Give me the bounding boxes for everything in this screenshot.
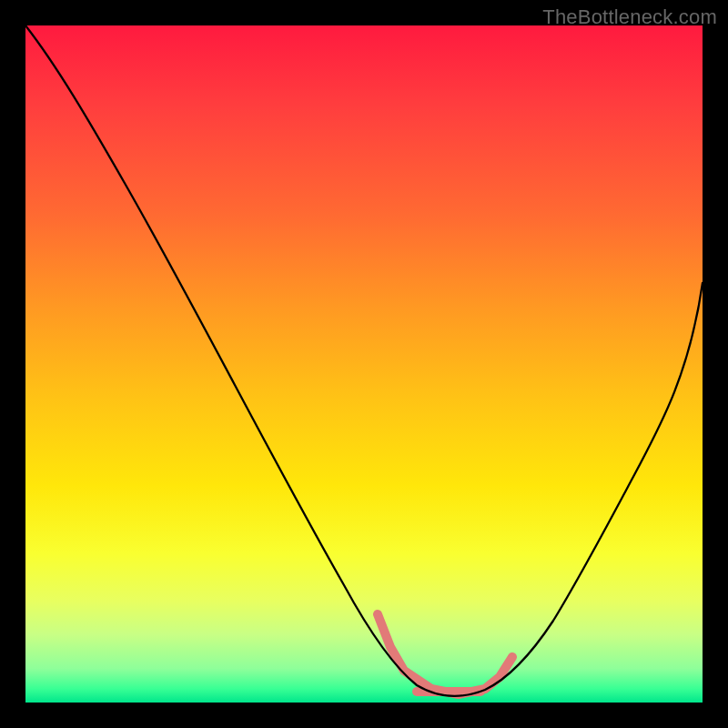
chart-frame: TheBottleneck.com: [0, 0, 728, 728]
chart-svg: [25, 25, 703, 703]
watermark-text: TheBottleneck.com: [542, 5, 717, 29]
bottleneck-curve: [25, 25, 703, 696]
plot-area: [25, 25, 703, 703]
highlight-band: [378, 614, 512, 694]
